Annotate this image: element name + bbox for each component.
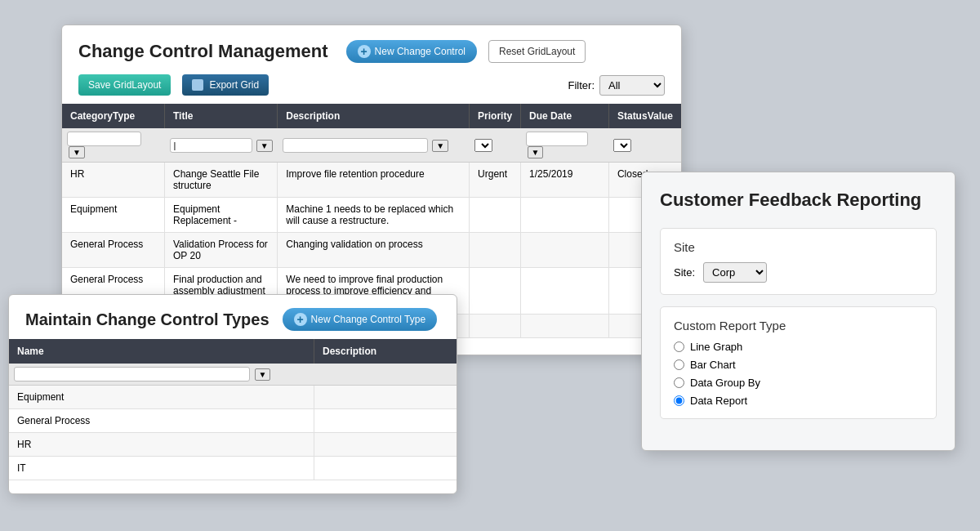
- col-duedate: Due Date: [521, 104, 609, 128]
- maintain-filter-row: ▼: [9, 364, 457, 386]
- main-title: Change Control Management: [78, 41, 328, 62]
- radio-data-group-input[interactable]: [674, 377, 684, 388]
- radio-bar-chart-input[interactable]: [674, 359, 684, 370]
- radio-bar-chart-label: Bar Chart: [690, 359, 736, 371]
- maintain-cell-desc: [314, 433, 457, 457]
- filter-category-input[interactable]: [67, 132, 141, 146]
- new-change-button[interactable]: + New Change Control: [346, 40, 477, 63]
- reset-grid-button[interactable]: Reset GridLayout: [488, 40, 586, 63]
- col-description: Description: [278, 104, 470, 128]
- col-priority: Priority: [470, 104, 521, 128]
- radio-data-report[interactable]: Data Report: [674, 395, 923, 407]
- cell-duedate: [521, 233, 609, 268]
- cell-category: Equipment: [62, 198, 165, 233]
- feedback-title: Customer Feedback Reporting: [660, 189, 937, 212]
- table-row[interactable]: General Process Validation Process for O…: [62, 233, 681, 268]
- filter-desc-btn[interactable]: ▼: [432, 140, 448, 152]
- cell-category: General Process: [62, 233, 165, 268]
- cell-priority: Urgent: [470, 163, 521, 198]
- maintain-col-name: Name: [9, 339, 314, 364]
- maintain-cell-name: General Process: [9, 409, 314, 433]
- cell-title: Equipment Replacement -: [165, 198, 278, 233]
- report-type-section: Custom Report Type Line Graph Bar Chart …: [660, 306, 937, 419]
- filter-desc-input[interactable]: [283, 138, 428, 153]
- cell-description: Machine 1 needs to be replaced which wil…: [278, 198, 470, 233]
- maintain-filter-name-input[interactable]: [14, 367, 250, 382]
- maintain-cell-desc: [314, 457, 457, 480]
- cell-duedate: [521, 268, 609, 315]
- cell-duedate: [521, 198, 609, 233]
- filter-row: ▼ ▼ ▼ ▼: [62, 128, 681, 163]
- filter-select[interactable]: All: [599, 75, 665, 96]
- export-grid-button[interactable]: Export Grid: [182, 74, 269, 96]
- col-title: Title: [165, 104, 278, 128]
- filter-title-input[interactable]: [170, 138, 252, 153]
- col-category: CategoryType: [62, 104, 165, 128]
- report-type-radio-group: Line Graph Bar Chart Data Group By Data …: [674, 341, 923, 407]
- plus-icon-maintain: +: [294, 313, 307, 326]
- cell-duedate: 1/25/2019: [521, 163, 609, 198]
- cell-description: Changing validation on process: [278, 233, 470, 268]
- column-headers: CategoryType Title Description Priority …: [62, 104, 681, 128]
- cell-duedate: [521, 315, 609, 338]
- radio-line-graph-label: Line Graph: [690, 341, 742, 353]
- filter-area: Filter: All: [568, 75, 666, 96]
- maintain-header: Maintain Change Control Types + New Chan…: [9, 295, 457, 339]
- filter-category-btn[interactable]: ▼: [69, 146, 85, 158]
- maintain-cell-name: IT: [9, 457, 314, 480]
- filter-label: Filter:: [568, 79, 595, 91]
- cell-description: Improve file retention procedure: [278, 163, 470, 198]
- table-row[interactable]: HR Change Seattle File structure Improve…: [62, 163, 681, 198]
- site-section-title: Site: [674, 240, 923, 254]
- export-icon: [192, 79, 203, 91]
- radio-line-graph[interactable]: Line Graph: [674, 341, 923, 353]
- radio-data-report-input[interactable]: [674, 395, 684, 406]
- maintain-cell-desc: [314, 386, 457, 409]
- maintain-cell-name: Equipment: [9, 386, 314, 409]
- maintain-title: Maintain Change Control Types: [25, 310, 270, 329]
- maintain-cell-desc: [314, 409, 457, 433]
- radio-bar-chart[interactable]: Bar Chart: [674, 359, 923, 371]
- cell-priority: [470, 233, 521, 268]
- report-type-title: Custom Report Type: [674, 319, 923, 332]
- site-select[interactable]: Corp All Site1 Site2: [703, 262, 767, 283]
- maintain-filter-name-btn[interactable]: ▼: [255, 368, 271, 381]
- cell-priority: [470, 198, 521, 233]
- list-item[interactable]: Equipment: [9, 386, 457, 409]
- save-grid-button[interactable]: Save GridLayout: [78, 74, 171, 96]
- cell-priority: [470, 315, 521, 338]
- cell-title: Change Seattle File structure: [165, 163, 278, 198]
- main-header: Change Control Management + New Change C…: [62, 25, 681, 104]
- filter-status-select[interactable]: [613, 139, 631, 152]
- radio-data-group-label: Data Group By: [690, 377, 760, 389]
- filter-priority-select[interactable]: [474, 139, 492, 152]
- maintain-table-body: Equipment General Process HR IT: [9, 386, 457, 480]
- maintain-cell-name: HR: [9, 433, 314, 457]
- site-section: Site Site: Corp All Site1 Site2: [660, 228, 937, 295]
- cell-title: Validation Process for OP 20: [165, 233, 278, 268]
- list-item[interactable]: IT: [9, 457, 457, 480]
- cell-category: HR: [62, 163, 165, 198]
- radio-data-group[interactable]: Data Group By: [674, 377, 923, 389]
- radio-line-graph-input[interactable]: [674, 341, 684, 352]
- plus-icon: +: [358, 45, 371, 58]
- maintain-table: Name Description ▼ Equipment General Pro…: [9, 339, 457, 480]
- site-label: Site:: [674, 266, 695, 279]
- maintain-window: Maintain Change Control Types + New Chan…: [8, 294, 457, 494]
- site-row: Site: Corp All Site1 Site2: [674, 262, 923, 283]
- list-item[interactable]: General Process: [9, 409, 457, 433]
- cell-priority: [470, 268, 521, 315]
- new-control-type-button[interactable]: + New Change Control Type: [283, 308, 438, 331]
- list-item[interactable]: HR: [9, 433, 457, 457]
- maintain-col-headers: Name Description: [9, 339, 457, 364]
- feedback-window: Customer Feedback Reporting Site Site: C…: [641, 172, 956, 451]
- filter-date-input[interactable]: [526, 132, 589, 146]
- col-status: StatusValue: [608, 104, 681, 128]
- filter-title-btn[interactable]: ▼: [256, 140, 273, 152]
- radio-data-report-label: Data Report: [690, 395, 747, 407]
- filter-date-btn[interactable]: ▼: [528, 146, 544, 158]
- maintain-col-desc: Description: [314, 339, 457, 364]
- table-row[interactable]: Equipment Equipment Replacement - Machin…: [62, 198, 681, 233]
